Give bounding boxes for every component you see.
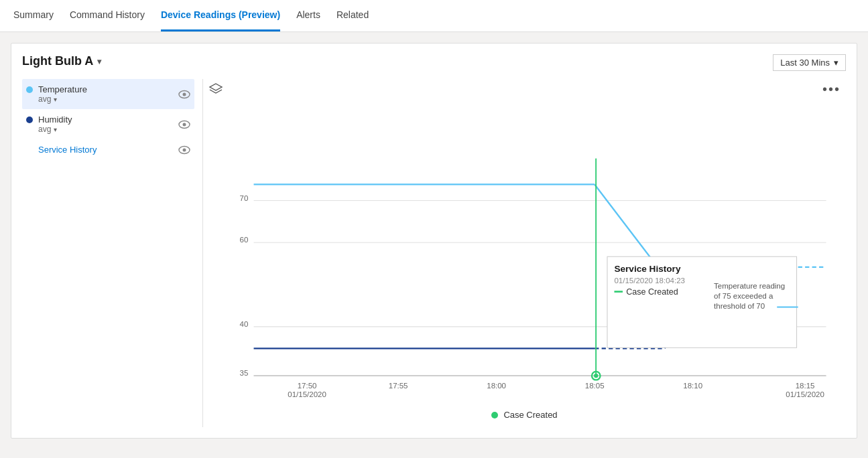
svg-text:01/15/2020: 01/15/2020 (786, 390, 824, 398)
tab-device-readings[interactable]: Device Readings (Preview) (161, 0, 280, 31)
svg-text:Service History: Service History (614, 264, 680, 274)
device-title: Light Bulb A ▾ (22, 54, 101, 68)
tab-command-history[interactable]: Command History (70, 0, 145, 31)
more-options-button[interactable]: ••• (822, 82, 841, 97)
humidity-text: Humidity avg ▾ (38, 115, 72, 134)
service-history-icons (178, 145, 190, 155)
temperature-text: Temperature avg ▾ (38, 84, 87, 104)
svg-text:40: 40 (240, 320, 249, 328)
case-created-label: Case Created (503, 410, 557, 420)
svg-text:Temperature reading: Temperature reading (714, 282, 785, 290)
temperature-dot (26, 86, 33, 93)
service-history-link[interactable]: Service History (38, 145, 97, 155)
svg-point-3 (183, 123, 186, 126)
svg-text:18:15: 18:15 (796, 382, 815, 390)
humidity-agg-chevron: ▾ (54, 126, 57, 133)
eye-icon-service-history (178, 145, 190, 155)
svg-text:18:05: 18:05 (585, 382, 605, 390)
legend-panel: Temperature avg ▾ (22, 79, 203, 427)
device-name: Light Bulb A (22, 54, 93, 68)
temperature-icons (178, 90, 190, 99)
case-created-dot (491, 412, 498, 418)
svg-text:18:00: 18:00 (487, 382, 506, 390)
tab-alerts[interactable]: Alerts (296, 0, 320, 31)
svg-text:18:10: 18:10 (683, 382, 702, 390)
humidity-agg: avg ▾ (38, 125, 72, 134)
main-card: Light Bulb A ▾ Last 30 Mins ▾ Temperatur… (11, 43, 857, 439)
humidity-label: Humidity (38, 115, 72, 125)
tab-related[interactable]: Related (336, 0, 369, 31)
layers-button[interactable] (208, 82, 223, 96)
svg-text:17:55: 17:55 (389, 382, 408, 390)
chart-container: ••• 35 40 60 70 17:50 01/15 (203, 79, 846, 427)
svg-text:Case Created: Case Created (626, 287, 678, 297)
temperature-agg: avg ▾ (38, 94, 87, 104)
time-selector[interactable]: Last 30 Mins ▾ (773, 54, 846, 71)
svg-text:of 75 exceeded a: of 75 exceeded a (714, 292, 773, 300)
tab-summary[interactable]: Summary (13, 0, 54, 31)
svg-text:01/15/2020: 01/15/2020 (288, 390, 326, 398)
time-selector-caret: ▾ (834, 58, 839, 68)
top-nav: Summary Command History Device Readings … (0, 0, 868, 32)
svg-text:17:50: 17:50 (298, 382, 317, 390)
chart-area: Temperature avg ▾ (22, 79, 846, 427)
legend-item-temperature[interactable]: Temperature avg ▾ (22, 79, 194, 109)
time-selector-label: Last 30 Mins (780, 58, 830, 68)
legend-bottom: Case Created (203, 410, 846, 420)
chart-svg: 35 40 60 70 17:50 01/15/2020 17:55 18:00… (203, 102, 846, 404)
humidity-dot (26, 117, 33, 123)
svg-text:70: 70 (240, 194, 249, 202)
svg-text:threshold of 70: threshold of 70 (714, 302, 765, 310)
svg-marker-6 (210, 84, 222, 90)
layers-icon (208, 82, 223, 94)
temperature-agg-chevron: ▾ (54, 96, 57, 103)
chart-toolbar: ••• (203, 79, 846, 102)
eye-icon-humidity (178, 120, 190, 129)
eye-icon-temperature (178, 90, 190, 99)
svg-text:01/15/2020 18:04:23: 01/15/2020 18:04:23 (614, 277, 685, 285)
legend-item-service-history[interactable]: Service History (22, 139, 194, 160)
legend-item-humidity[interactable]: Humidity avg ▾ (22, 109, 194, 139)
humidity-icons (178, 120, 190, 129)
svg-point-1 (183, 92, 186, 96)
svg-text:60: 60 (240, 236, 249, 244)
device-dropdown-icon[interactable]: ▾ (97, 57, 101, 66)
temperature-label: Temperature (38, 84, 87, 94)
svg-text:35: 35 (240, 369, 249, 377)
svg-point-5 (183, 148, 186, 151)
card-header: Light Bulb A ▾ Last 30 Mins ▾ (22, 54, 846, 71)
